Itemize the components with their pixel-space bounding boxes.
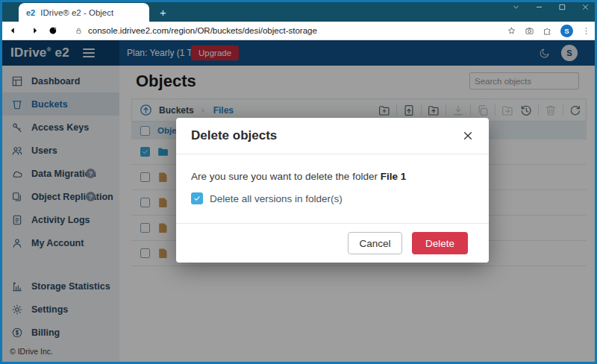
- extensions-puzzle-icon[interactable]: [543, 26, 552, 36]
- browser-tab[interactable]: e2 IDrive® e2 - Object: [19, 3, 149, 22]
- delete-objects-modal: Delete objects Are you sure you want to …: [176, 118, 489, 263]
- tab-favicon: e2: [26, 8, 35, 17]
- minimize-icon[interactable]: [535, 3, 543, 11]
- tab-search-chevron-icon[interactable]: [512, 3, 520, 11]
- back-icon[interactable]: [9, 25, 19, 36]
- browser-url-bar: console.idrivee2.com/region/OR/buckets/d…: [0, 22, 597, 40]
- address-url[interactable]: console.idrivee2.com/region/OR/buckets/d…: [88, 26, 317, 35]
- reload-icon[interactable]: [48, 25, 58, 36]
- target-folder-name: File 1: [381, 171, 407, 182]
- lock-icon: [75, 27, 83, 35]
- checkbox-label: Delete all versions in folder(s): [210, 193, 343, 204]
- bookmark-star-icon[interactable]: [507, 26, 516, 36]
- browser-menu-dots-icon[interactable]: [581, 26, 591, 36]
- check-icon: [193, 195, 201, 202]
- screenshot-camera-icon[interactable]: [525, 26, 534, 36]
- maximize-icon[interactable]: [558, 3, 566, 11]
- delete-versions-checkbox[interactable]: [191, 192, 203, 204]
- browser-profile-avatar[interactable]: S: [560, 25, 573, 37]
- tab-title: IDrive® e2 - Object: [40, 8, 113, 17]
- confirm-message: Are you sure you want to delete the fold…: [191, 171, 474, 182]
- delete-button[interactable]: Delete: [412, 232, 468, 254]
- cancel-button[interactable]: Cancel: [348, 232, 402, 254]
- forward-icon[interactable]: [28, 25, 39, 36]
- new-tab-button[interactable]: +: [160, 7, 166, 18]
- modal-close-icon[interactable]: [462, 130, 474, 142]
- close-window-icon[interactable]: [581, 3, 590, 11]
- modal-title: Delete objects: [191, 128, 277, 143]
- browser-tab-strip: e2 IDrive® e2 - Object +: [0, 0, 597, 22]
